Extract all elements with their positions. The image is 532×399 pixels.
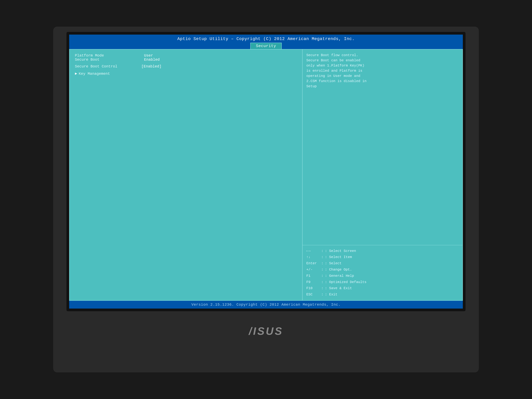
key-management-row[interactable]: ► Key Management (75, 72, 297, 76)
legend-row-esc: ESC : : Exit (306, 291, 459, 298)
legend-desc-pm: : Change Opt. (325, 266, 352, 273)
arrow-right-icon: ► (75, 72, 77, 76)
legend-desc-esc: : Exit (325, 291, 337, 298)
left-settings-panel: Platform Mode Secure Boot User Enabled S… (70, 50, 303, 300)
bios-header: Aptio Setup Utility – Copyright (C) 2012… (69, 35, 463, 49)
legend-sep-f1: : (320, 273, 325, 279)
stacked-values: User Enabled (141, 53, 160, 62)
legend-sep-esc: : (320, 291, 325, 298)
help-text-area: Secure Boot flow control. Secure Boot ca… (303, 50, 462, 245)
bios-main-content: Platform Mode Secure Boot User Enabled S… (69, 49, 463, 301)
legend-sep-lr: : (320, 248, 325, 254)
secure-boot-value: Enabled (144, 57, 160, 62)
legend-key-f1: F1 (306, 273, 320, 279)
bios-screen: Aptio Setup Utility – Copyright (C) 2012… (69, 35, 463, 309)
legend-sep-ud: : (320, 254, 325, 260)
help-text-line7: Setup (306, 84, 459, 89)
secure-boot-control-label: Secure Boot Control (75, 64, 139, 69)
legend-row-lr: ←→ : : Select Screen (306, 248, 459, 254)
legend-desc-f9: : Optimized Defaults (325, 279, 367, 285)
legend-desc-lr: : Select Screen (325, 248, 356, 254)
stacked-labels: Platform Mode Secure Boot (75, 53, 139, 62)
laptop-bottom: /ISUS (53, 311, 479, 351)
help-text-line1: Secure Boot flow control. (306, 53, 459, 58)
bios-footer: Version 2.15.1236. Copyright (C) 2012 Am… (69, 301, 463, 309)
legend-key-ud: ↑↓ (306, 254, 320, 260)
help-text-line2: Secure Boot can be enabled (306, 58, 459, 63)
platform-mode-value: User (144, 53, 160, 57)
key-management-label: Key Management (79, 72, 110, 76)
legend-row-enter: Enter : : Select (306, 260, 459, 266)
platform-mode-label: Platform Mode (75, 53, 139, 57)
help-text-line3: only when 1.Platform Key(PK) (306, 63, 459, 68)
help-text-line5: operating in User mode and (306, 73, 459, 79)
legend-desc-f1: : General Help (325, 273, 354, 279)
legend-sep-f10: : (320, 285, 325, 291)
legend-row-f9: F9 : : Optimized Defaults (306, 279, 459, 285)
help-text-line6: 2.CSM function is disabled in (306, 79, 459, 84)
platform-secure-row: Platform Mode Secure Boot User Enabled (75, 53, 297, 62)
legend-key-esc: ESC (306, 291, 320, 298)
legend-row-f1: F1 : : General Help (306, 273, 459, 279)
bios-tab-row: Security (69, 43, 463, 49)
legend-key-f10: F10 (306, 285, 320, 291)
legend-sep-f9: : (320, 279, 325, 285)
legend-row-f10: F10 : : Save & Exit (306, 285, 459, 291)
secure-boot-control-row[interactable]: Secure Boot Control [Enabled] (75, 64, 297, 69)
legend-key-pm: +/- (306, 266, 320, 273)
right-info-panel: Secure Boot flow control. Secure Boot ca… (303, 50, 462, 300)
legend-desc-ud: : Select Item (325, 254, 352, 260)
legend-desc-f10: : Save & Exit (325, 285, 352, 291)
secure-boot-control-value: [Enabled] (141, 64, 161, 69)
legend-row-pm: +/- : : Change Opt. (306, 266, 459, 273)
secure-boot-label: Secure Boot (75, 57, 139, 62)
asus-logo: /ISUS (249, 325, 283, 337)
screen-bezel: Aptio Setup Utility – Copyright (C) 2012… (66, 32, 466, 311)
laptop-body: Aptio Setup Utility – Copyright (C) 2012… (53, 27, 479, 372)
legend-sep-pm: : (320, 266, 325, 273)
legend-sep-enter: : (320, 260, 325, 266)
legend-key-lr: ←→ (306, 248, 320, 254)
legend-desc-enter: : Select (325, 260, 342, 266)
bios-title: Aptio Setup Utility – Copyright (C) 2012… (69, 37, 463, 42)
legend-row-ud: ↑↓ : : Select Item (306, 254, 459, 260)
legend-key-enter: Enter (306, 260, 320, 266)
key-legend-area: ←→ : : Select Screen ↑↓ : : Select Item … (303, 245, 462, 300)
security-tab[interactable]: Security (250, 43, 282, 49)
help-text-line4: is enrolled and Platform is (306, 68, 459, 73)
legend-key-f9: F9 (306, 279, 320, 285)
